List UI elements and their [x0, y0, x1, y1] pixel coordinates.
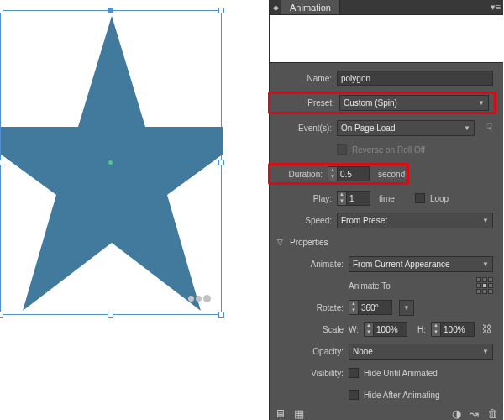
loop-label: Loop — [430, 194, 449, 203]
motion-path-dots — [188, 296, 211, 302]
trash-icon[interactable]: 🗑 — [487, 407, 498, 420]
handle-s[interactable] — [108, 312, 113, 318]
center-point — [108, 160, 113, 165]
selection-bbox[interactable] — [0, 10, 222, 315]
events-value: On Page Load — [341, 123, 396, 133]
link-icon[interactable]: ⛓ — [480, 322, 495, 337]
name-label: Name: — [270, 74, 332, 83]
animate-dropdown[interactable]: From Current Appearance ▼ — [349, 256, 493, 272]
rotate-label: Rotate: — [270, 303, 344, 312]
play-label: Play: — [270, 194, 332, 203]
scale-h-spinner[interactable]: ▲▼ — [431, 322, 475, 337]
chevron-down-icon: ▼ — [478, 99, 485, 107]
loop-checkbox[interactable] — [415, 193, 425, 203]
preset-dropdown[interactable]: Custom (Spin) ▼ — [339, 95, 489, 111]
scale-w-input[interactable] — [374, 322, 407, 337]
reverse-label: Reverse on Roll Off — [352, 145, 425, 155]
preset-row-highlight: Preset: Custom (Spin) ▼ — [268, 92, 496, 114]
chevron-down-icon: ▼ — [403, 304, 410, 312]
name-input[interactable] — [337, 71, 493, 86]
handle-e[interactable] — [218, 160, 224, 165]
events-label: Event(s): — [270, 123, 332, 133]
rotate-dir-dropdown[interactable]: ▼ — [399, 300, 414, 316]
rotate-input[interactable] — [359, 300, 392, 315]
play-input[interactable] — [347, 191, 370, 206]
duration-unit: second — [378, 170, 405, 179]
disclosure-icon[interactable]: ▽ — [275, 238, 285, 246]
animate-label: Animate: — [270, 260, 344, 269]
proxy-grid[interactable] — [476, 277, 493, 294]
w-label: W: — [349, 325, 359, 334]
reverse-checkbox — [337, 144, 347, 155]
events-dropdown[interactable]: On Page Load ▼ — [337, 120, 475, 136]
chevron-down-icon: ▼ — [482, 260, 489, 268]
hide-until-label: Hide Until Animated — [364, 369, 438, 378]
rotate-spinner[interactable]: ▲▼ — [349, 300, 392, 315]
animate-value: From Current Appearance — [353, 260, 450, 269]
spinner-buttons[interactable]: ▲▼ — [328, 166, 338, 181]
handle-n[interactable] — [108, 8, 113, 13]
handle-sw[interactable] — [0, 312, 3, 318]
hide-until-checkbox[interactable] — [349, 368, 359, 378]
scale-h-input[interactable] — [441, 322, 475, 337]
preview-html-icon[interactable]: ▦ — [294, 407, 304, 420]
spinner-buttons[interactable]: ▲▼ — [337, 191, 347, 206]
preset-value: Custom (Spin) — [344, 98, 397, 108]
animation-panel: ◆ Animation ▾≡ Name: Preset: Custom (Spi… — [269, 0, 503, 420]
h-label: H: — [417, 325, 426, 334]
play-spinner[interactable]: ▲▼ — [337, 191, 370, 206]
preset-label: Preset: — [272, 98, 334, 108]
opacity-label: Opacity: — [270, 347, 344, 356]
animation-preview — [270, 15, 503, 63]
panel-menu-icon[interactable]: ▾≡ — [488, 2, 503, 13]
speed-dropdown[interactable]: From Preset ▼ — [337, 213, 493, 228]
speed-value: From Preset — [341, 216, 387, 225]
chevron-down-icon: ▼ — [482, 348, 489, 355]
handle-ne[interactable] — [218, 8, 224, 13]
show-proxy-icon[interactable]: ◑ — [452, 407, 461, 420]
opacity-value: None — [353, 347, 373, 356]
convert-to-path-icon[interactable]: ↝ — [470, 407, 479, 420]
handle-se[interactable] — [218, 312, 224, 318]
panel-footer: 🖥 ▦ ◑ ↝ 🗑 — [270, 407, 503, 420]
visibility-label: Visibility: — [270, 369, 344, 378]
chevron-down-icon: ▼ — [482, 217, 489, 224]
panel-tab-animation[interactable]: Animation — [281, 0, 340, 14]
duration-spinner[interactable]: ▲▼ — [328, 166, 370, 181]
collapse-icon[interactable]: ◆ — [270, 3, 281, 12]
hide-after-label: Hide After Animating — [364, 391, 440, 400]
spinner-buttons[interactable]: ▲▼ — [349, 300, 359, 315]
animate-to-label: Animate To — [349, 281, 391, 291]
create-trigger-icon[interactable]: ☟ — [481, 120, 496, 135]
duration-label: Duration: — [272, 170, 323, 179]
handle-w[interactable] — [0, 160, 3, 165]
hide-after-checkbox[interactable] — [349, 390, 359, 400]
opacity-dropdown[interactable]: None ▼ — [349, 344, 493, 360]
spinner-buttons[interactable]: ▲▼ — [364, 322, 374, 337]
artboard[interactable] — [0, 0, 269, 420]
panel-tabbar: ◆ Animation ▾≡ — [270, 0, 503, 15]
scale-w-spinner[interactable]: ▲▼ — [364, 322, 407, 337]
duration-input[interactable] — [338, 166, 370, 181]
speed-label: Speed: — [270, 216, 332, 225]
properties-header: Properties — [290, 238, 328, 247]
play-unit: time — [379, 194, 395, 203]
scale-label: Scale — [270, 325, 344, 334]
handle-nw[interactable] — [0, 8, 3, 13]
spinner-buttons[interactable]: ▲▼ — [431, 322, 441, 337]
preview-spread-icon[interactable]: 🖥 — [275, 407, 286, 420]
chevron-down-icon: ▼ — [464, 124, 470, 132]
